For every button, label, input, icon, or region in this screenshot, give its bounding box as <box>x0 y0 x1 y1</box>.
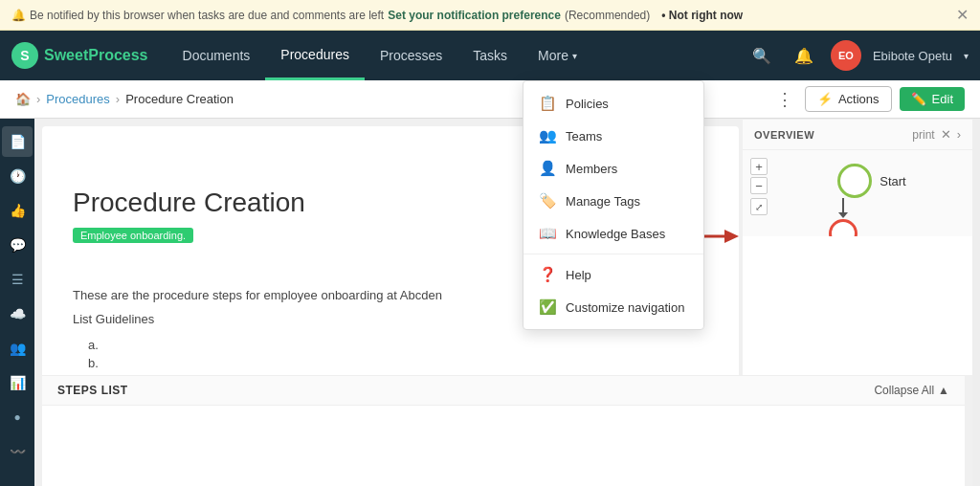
close-overview-icon[interactable]: ✕ <box>941 127 951 142</box>
sidebar-icon-users[interactable]: 👥 <box>2 333 33 364</box>
start-circle <box>837 164 872 198</box>
overview-map: + − ⤢ Start <box>743 150 972 236</box>
overview-title: OVERVIEW <box>754 129 814 141</box>
sidebar-icon-cloud[interactable]: ☁️ <box>2 298 33 329</box>
sidebar-icon-likes[interactable]: 👍 <box>2 195 33 226</box>
expand-overview-icon[interactable]: › <box>957 127 961 142</box>
main-layout: 📄 🕐 👍 💬 ☰ ☁️ 👥 📊 ● 〰️ 🔔 ⊞ 🌐 Procedure Cr… <box>0 119 980 486</box>
policies-icon: 📋 <box>539 95 556 112</box>
notifications-button[interactable]: 🔔 <box>789 40 819 71</box>
nav-right-actions: 🔍 🔔 EO Ebibote Opetu ▾ <box>746 40 969 71</box>
flow-arrow <box>842 198 844 213</box>
help-icon: ❓ <box>539 266 556 283</box>
sidebar-icon-wave[interactable]: 〰️ <box>2 436 33 467</box>
secondary-actions: ⋮ ⚡ Actions ✏️ Edit <box>772 86 965 112</box>
top-navigation: S SweetProcess Documents Procedures Proc… <box>0 31 980 80</box>
teams-icon: 👥 <box>539 127 556 144</box>
content-area: 🔔 ⊞ 🌐 Procedure Creation Employee onboar… <box>34 119 972 486</box>
sidebar-icon-analytics[interactable]: 📊 <box>2 367 33 398</box>
end-circle <box>829 219 858 236</box>
teams-label: Teams <box>566 129 602 144</box>
end-node <box>829 219 858 236</box>
customize-nav-label: Customize navigation <box>566 300 684 315</box>
more-label: More <box>538 48 568 63</box>
steps-title: STEPS LIST <box>57 384 128 397</box>
sidebar-icon-circle[interactable]: ● <box>2 402 33 432</box>
nav-documents[interactable]: Documents <box>167 31 266 80</box>
nav-tasks[interactable]: Tasks <box>457 31 523 80</box>
more-options-button[interactable]: ⋮ <box>772 89 797 110</box>
overview-panel: OVERVIEW print ✕ › + − ⤢ <box>743 119 972 375</box>
left-sidebar: 📄 🕐 👍 💬 ☰ ☁️ 👥 📊 ● 〰️ <box>0 119 34 486</box>
zoom-out-button[interactable]: − <box>750 177 768 194</box>
more-dropdown-menu: 📋 Policies 👥 Teams 👤 Members 🏷️ Manage T… <box>523 80 704 330</box>
dropdown-policies[interactable]: 📋 Policies <box>523 87 703 120</box>
notification-link[interactable]: Set your notification preference <box>388 9 561 22</box>
dropdown-customize-nav[interactable]: ✅ Customize navigation <box>523 291 703 323</box>
svg-marker-1 <box>724 230 739 243</box>
breadcrumb-procedures[interactable]: Procedures <box>46 92 109 106</box>
user-avatar[interactable]: EO <box>831 40 861 71</box>
procedure-list: a. b. c. d. e. <box>88 336 708 375</box>
list-item-a: a. <box>88 336 708 354</box>
logo-text: SweetProcess <box>44 47 148 64</box>
list-item-b: b. <box>88 354 708 372</box>
bottom-panels: STEPS LIST Collapse All ▲ <box>34 375 972 486</box>
steps-header: STEPS LIST Collapse All ▲ <box>42 376 965 406</box>
dropdown-members[interactable]: 👤 Members <box>523 152 703 185</box>
sidebar-icon-list[interactable]: ☰ <box>2 264 33 295</box>
not-right-now[interactable]: • Not right now <box>661 9 743 22</box>
tag-icon: 🏷️ <box>539 192 556 210</box>
manage-tags-label: Manage Tags <box>566 194 640 209</box>
chevron-down-icon: ▾ <box>572 51 577 61</box>
knowledge-bases-label: Knowledge Bases <box>566 227 665 241</box>
dropdown-manage-tags[interactable]: 🏷️ Manage Tags <box>523 185 703 217</box>
list-item-c: c. <box>88 372 708 375</box>
sidebar-icon-comments[interactable]: 💬 <box>2 230 33 260</box>
collapse-all-button[interactable]: Collapse All ▲ <box>874 384 949 397</box>
zoom-controls: + − ⤢ <box>750 158 768 215</box>
menu-divider <box>523 254 703 254</box>
notification-recommendation: (Recommended) <box>565 9 650 22</box>
collapse-all-label: Collapse All <box>874 384 934 397</box>
breadcrumb-separator-1: › <box>36 92 40 106</box>
zoom-in-button[interactable]: + <box>750 158 768 175</box>
procedure-panel: 🔔 ⊞ 🌐 Procedure Creation Employee onboar… <box>34 119 972 375</box>
nav-links: Documents Procedures Processes Tasks Mor… <box>167 31 592 80</box>
scrollbar-right[interactable] <box>972 119 980 486</box>
help-label: Help <box>566 268 591 282</box>
customize-icon: ✅ <box>539 298 556 316</box>
secondary-bar: 🏠 › Procedures › Procedure Creation ⋮ ⚡ … <box>0 80 980 119</box>
actions-button[interactable]: ⚡ Actions <box>805 86 892 112</box>
dropdown-help[interactable]: ❓ Help <box>523 258 703 291</box>
logo[interactable]: S SweetProcess <box>11 42 148 69</box>
sidebar-icon-history[interactable]: 🕐 <box>2 161 33 191</box>
dropdown-teams[interactable]: 👥 Teams <box>523 120 703 152</box>
home-icon[interactable]: 🏠 <box>15 92 31 106</box>
nav-processes[interactable]: Processes <box>365 31 457 80</box>
bell-icon: 🔔 <box>11 9 26 22</box>
user-name[interactable]: Ebibote Opetu <box>873 49 952 63</box>
start-label: Start <box>880 174 905 188</box>
fit-map-button[interactable]: ⤢ <box>750 198 768 215</box>
lightning-icon: ⚡ <box>817 92 833 106</box>
procedure-tag[interactable]: Employee onboarding. <box>73 228 193 243</box>
actions-label: Actions <box>838 92 880 106</box>
close-notification-button[interactable]: ✕ <box>956 6 969 24</box>
print-label[interactable]: print <box>912 128 934 142</box>
flowchart: Start <box>779 158 965 236</box>
notification-text: Be notified by this browser when tasks a… <box>30 9 384 22</box>
sidebar-icon-documents[interactable]: 📄 <box>2 126 33 157</box>
breadcrumb-separator-2: › <box>116 92 120 106</box>
edit-button[interactable]: ✏️ Edit <box>900 87 965 111</box>
nav-more[interactable]: More ▾ 📋 Policies 👥 Teams 👤 Members 🏷️ <box>523 31 592 80</box>
book-icon: 📖 <box>539 225 556 242</box>
start-node: Start <box>837 164 905 198</box>
dropdown-knowledge-bases[interactable]: 📖 Knowledge Bases <box>523 217 703 250</box>
edit-pencil-icon: ✏️ <box>911 92 926 106</box>
user-menu-chevron[interactable]: ▾ <box>964 51 969 61</box>
overview-header: OVERVIEW print ✕ › <box>743 120 972 150</box>
search-button[interactable]: 🔍 <box>746 40 777 71</box>
breadcrumb-current: Procedure Creation <box>125 92 234 106</box>
nav-procedures[interactable]: Procedures <box>265 31 365 80</box>
